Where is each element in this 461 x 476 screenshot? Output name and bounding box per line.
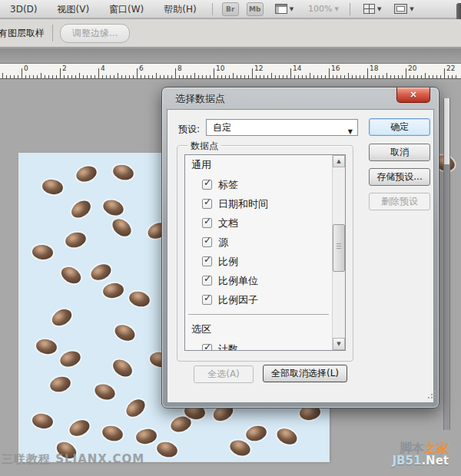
list-item[interactable]: ✓日期和时间 [185, 194, 332, 213]
menu-item[interactable]: 视图(V) [47, 0, 99, 18]
list-item[interactable]: ✓标签 [185, 175, 332, 194]
ok-button[interactable]: 确定 [369, 118, 430, 136]
checkbox[interactable]: ✓ [202, 344, 212, 351]
ruler-tick [440, 75, 441, 78]
chevron-down-icon[interactable]: ▼ [377, 6, 381, 12]
separator [52, 25, 53, 41]
ruler-label: 20 [408, 64, 416, 72]
check-icon: ✓ [204, 216, 211, 226]
ruler-tick [133, 75, 134, 78]
deselect-all-button[interactable]: 全部取消选择(L) [263, 365, 347, 382]
ruler-tick [310, 73, 310, 78]
preset-dropdown[interactable]: 自定 ▼ [206, 119, 358, 136]
list-item[interactable]: ✓计数 [185, 339, 332, 351]
ruler-label: 12 [254, 64, 263, 72]
ruler-tick [444, 68, 445, 78]
ruler-tick [275, 75, 276, 78]
zoom-level-value[interactable]: 100% [308, 4, 332, 14]
ruler-tick [386, 73, 387, 78]
ruler-tick [14, 75, 15, 78]
options-bar: 有图层取样 调整边缘... [0, 19, 461, 48]
ruler-label: 22 [446, 64, 455, 72]
ruler-tick [433, 75, 433, 78]
close-icon[interactable]: × [396, 88, 430, 103]
list-item[interactable]: ✓比例单位 [185, 271, 332, 290]
ruler-tick [340, 75, 341, 78]
data-points-list: 通用✓标签✓日期和时间✓文档✓源✓比例✓比例单位✓比例因子选区✓计数 ▲ ▼ [184, 154, 346, 351]
ruler-tick [229, 75, 230, 78]
ruler-tick [367, 68, 368, 78]
ruler-tick [171, 75, 172, 78]
ruler-tick [137, 68, 138, 78]
screen-mode-icon[interactable] [394, 4, 407, 14]
ruler-label: 0 [24, 64, 28, 72]
list-item[interactable]: ✓文档 [185, 213, 332, 233]
menu-item[interactable]: 3D(D) [0, 0, 47, 18]
chevron-down-icon[interactable]: ▼ [410, 6, 413, 12]
ruler-tick [164, 75, 164, 78]
menu-item[interactable]: 帮助(H) [154, 0, 206, 18]
resize-grip[interactable] [428, 397, 429, 398]
document-vertical-scrollbar[interactable] [443, 98, 450, 430]
scrollbar-thumb[interactable] [333, 224, 345, 272]
ruler-tick [29, 75, 30, 78]
mini-bridge-button[interactable]: Mb [247, 2, 264, 16]
checkbox[interactable]: ✓ [202, 180, 212, 190]
ruler-tick [456, 75, 456, 78]
watermark-left: 三联教程 SLIANX.COM [2, 452, 144, 467]
group-title: 数据点 [187, 140, 221, 153]
ruler-tick [394, 75, 395, 78]
ruler-tick [210, 75, 211, 78]
list-item-label: 比例 [218, 255, 238, 269]
list-item[interactable]: ✓比例因子 [185, 290, 332, 309]
ruler-tick [337, 75, 337, 78]
list-scrollbar[interactable]: ▲ ▼ [332, 155, 345, 350]
ruler-tick [118, 73, 118, 78]
select-all-button: 全选(A) [194, 365, 254, 383]
scrollbar-track[interactable] [444, 98, 449, 164]
ruler-label: 2 [62, 64, 67, 72]
ruler-tick [45, 75, 45, 78]
ruler-tick [398, 75, 399, 78]
horizontal-ruler: 0246810121416182022 [0, 63, 461, 79]
chevron-down-icon[interactable]: ▼ [290, 6, 294, 12]
checkbox[interactable]: ✓ [202, 199, 212, 209]
watermark-domain: JB51 [393, 454, 422, 468]
check-icon: ✓ [204, 177, 211, 188]
menu-item[interactable]: 窗口(W) [99, 0, 154, 18]
check-icon: ✓ [204, 197, 211, 207]
ruler-tick [413, 75, 414, 78]
ruler-tick [71, 75, 72, 78]
ruler-tick [352, 75, 353, 78]
save-preset-button[interactable]: 存储预设... [369, 168, 430, 186]
document-tab-band [0, 48, 461, 63]
cancel-button[interactable]: 取消 [369, 144, 430, 161]
ruler-tick [271, 73, 272, 78]
ruler-tick [52, 75, 53, 78]
scroll-up-icon[interactable]: ▲ [333, 155, 345, 167]
ruler-tick [429, 75, 429, 78]
scroll-down-icon[interactable]: ▼ [333, 338, 345, 350]
ruler-tick [25, 75, 26, 78]
list-item[interactable]: ✓比例 [185, 252, 332, 271]
list-item[interactable]: ✓源 [185, 233, 332, 252]
view-extras-icon[interactable] [275, 4, 287, 14]
ruler-tick [91, 75, 91, 78]
ruler-tick [402, 75, 403, 78]
ruler-label: 18 [370, 64, 378, 72]
checkbox[interactable]: ✓ [202, 276, 212, 286]
ruler-tick [114, 75, 114, 78]
ruler-tick [48, 75, 49, 78]
checkbox[interactable]: ✓ [202, 237, 212, 247]
arrange-documents-icon[interactable] [363, 4, 375, 14]
checkbox[interactable]: ✓ [202, 295, 212, 305]
ruler-tick [18, 75, 18, 78]
checkbox[interactable]: ✓ [202, 256, 212, 266]
bridge-button[interactable]: Br [222, 2, 239, 16]
separator [350, 3, 350, 15]
ruler-tick [194, 73, 195, 78]
list-item-label: 源 [218, 236, 228, 250]
ruler-tick [313, 75, 314, 78]
checkbox[interactable]: ✓ [202, 218, 212, 228]
sample-all-layers-label[interactable]: 有图层取样 [0, 27, 45, 40]
